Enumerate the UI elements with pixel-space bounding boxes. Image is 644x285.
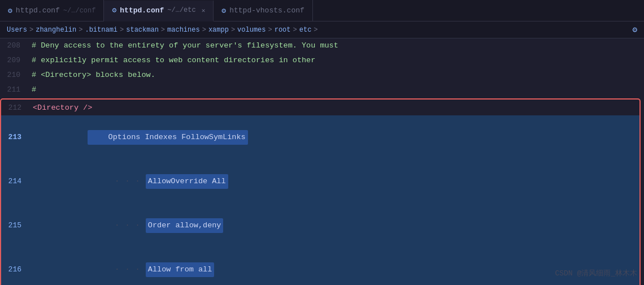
tab-httpd-conf-2[interactable]: ⚙ httpd.conf ~/…/etc ✕ xyxy=(104,1,214,21)
breadcrumb-root: root xyxy=(275,26,291,34)
line-num-216: 216 xyxy=(1,262,31,277)
gear-icon-3: ⚙ xyxy=(221,6,226,15)
tab-bar: ⚙ httpd.conf ~/…/conf ⚙ httpd.conf ~/…/e… xyxy=(0,0,644,21)
line-num-208: 208 xyxy=(0,38,29,53)
tab-path-2: ~/…/etc xyxy=(167,6,195,14)
breadcrumb-etc: etc xyxy=(299,26,312,34)
tab-label-2: httpd.conf xyxy=(120,6,164,15)
line-num-209: 209 xyxy=(0,53,29,68)
settings-icon[interactable]: ⚙ xyxy=(633,25,637,34)
breadcrumb-volumes: volumes xyxy=(237,26,266,34)
line-210: 210 # <Directory> blocks below. xyxy=(0,68,644,83)
breadcrumb-users: Users xyxy=(7,26,27,34)
line-211: 211 # xyxy=(0,83,644,97)
line-num-212: 212 xyxy=(1,101,31,115)
close-icon-tab2[interactable]: ✕ xyxy=(202,7,206,14)
sep6: > xyxy=(231,26,235,34)
line-208: 208 # Deny access to the entirety of you… xyxy=(0,38,644,53)
line-content-214: · · · AllowOverride All xyxy=(31,159,639,204)
line-content-209: # explicitly permit access to web conten… xyxy=(29,53,644,68)
line-num-210: 210 xyxy=(0,68,29,83)
gear-icon-1: ⚙ xyxy=(8,6,12,15)
line-num-214: 214 xyxy=(1,174,31,189)
gear-icon-2: ⚙ xyxy=(112,6,116,15)
code-lines: 208 # Deny access to the entirety of you… xyxy=(0,38,644,285)
line-num-215: 215 xyxy=(1,218,31,233)
sep4: > xyxy=(161,26,165,34)
line-214: 214 · · · AllowOverride All xyxy=(1,159,639,204)
sep8: > xyxy=(293,26,297,34)
sep2: > xyxy=(79,26,82,34)
tab-label-1: httpd.conf xyxy=(16,6,60,15)
sep7: > xyxy=(268,26,272,34)
line-content-216: · · · Allow from all xyxy=(31,248,639,285)
line-209: 209 # explicitly permit access to web co… xyxy=(0,53,644,68)
sep3: > xyxy=(120,26,124,34)
red-border-block: 212 <Directory /> 213 Options Indexes Fo… xyxy=(0,98,641,285)
line-212: 212 <Directory /> xyxy=(1,101,639,115)
line-content-212: <Directory /> xyxy=(31,101,639,115)
breadcrumb: Users > zhanghelin > .bitnami > stackman… xyxy=(0,21,644,38)
watermark: CSDN @清风细雨_林木木 xyxy=(555,268,637,278)
line-216: 216 · · · Allow from all xyxy=(1,248,639,285)
line-content-211: # xyxy=(29,83,644,97)
line-num-213: 213 xyxy=(1,130,31,145)
line-content-215: · · · Order allow,deny xyxy=(31,204,639,248)
sep9: > xyxy=(314,26,317,34)
line-213: 213 Options Indexes FollowSymLinks xyxy=(1,115,639,159)
breadcrumb-stackman: stackman xyxy=(126,26,159,34)
line-215: 215 · · · Order allow,deny xyxy=(1,204,639,248)
breadcrumb-xampp: xampp xyxy=(208,26,229,34)
editor-area[interactable]: 208 # Deny access to the entirety of you… xyxy=(0,38,644,285)
tab-path-1: ~/…/conf xyxy=(63,7,96,15)
tab-httpd-conf-1[interactable]: ⚙ httpd.conf ~/…/conf xyxy=(0,0,104,21)
line-content-213: Options Indexes FollowSymLinks xyxy=(31,115,639,159)
sep1: > xyxy=(29,26,33,34)
breadcrumb-bitnami: .bitnami xyxy=(85,26,118,34)
breadcrumb-machines: machines xyxy=(167,26,200,34)
tab-httpd-vhosts[interactable]: ⚙ httpd-vhosts.conf xyxy=(214,0,312,21)
line-content-208: # Deny access to the entirety of your se… xyxy=(29,38,644,53)
tab-label-3: httpd-vhosts.conf xyxy=(229,6,304,15)
breadcrumb-zhanghelin: zhanghelin xyxy=(36,26,76,34)
line-num-211: 211 xyxy=(0,83,29,97)
sep5: > xyxy=(202,26,206,34)
code-editor[interactable]: 208 # Deny access to the entirety of you… xyxy=(0,38,644,285)
line-content-210: # <Directory> blocks below. xyxy=(29,68,644,83)
